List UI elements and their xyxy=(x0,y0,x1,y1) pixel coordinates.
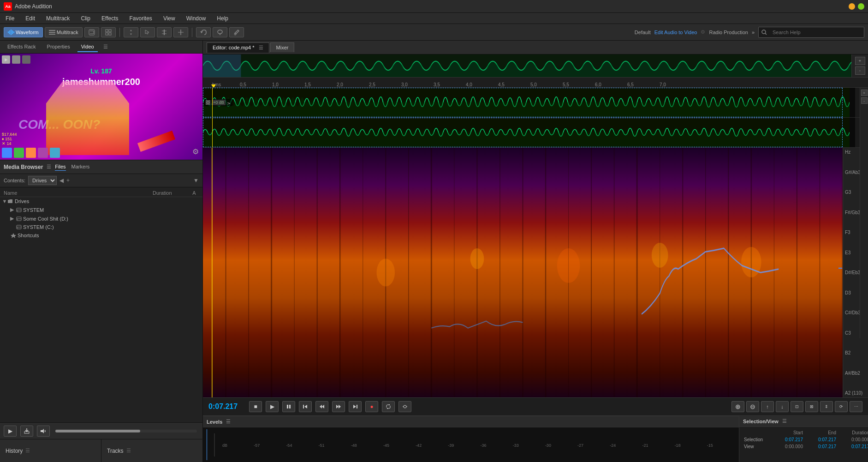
waveform-button[interactable]: Waveform xyxy=(4,27,43,37)
zoom-up-btn[interactable]: + xyxy=(861,90,868,96)
menu-window[interactable]: Window xyxy=(184,14,208,23)
zoom-in-overview[interactable]: + xyxy=(855,57,865,65)
toolbar-right: Default Edit Audio to Video ⚙ Radio Prod… xyxy=(635,27,864,38)
tab-effects-rack[interactable]: Effects Rack xyxy=(4,42,40,52)
menu-help[interactable]: Help xyxy=(215,14,230,23)
editor-tab-main[interactable]: Editor: code.mp4 * ☰ xyxy=(207,42,269,53)
tracks-panel[interactable]: Tracks ☰ xyxy=(101,439,202,462)
tab-menu-icon[interactable]: ☰ xyxy=(259,45,263,50)
tree-row-scs[interactable]: ▶ Some Cool Shit (D:) xyxy=(0,214,202,223)
record-btn[interactable]: ● xyxy=(365,401,378,412)
zoom-out-overview[interactable]: - xyxy=(855,66,865,75)
zoom-vertical[interactable]: ⇕ xyxy=(820,401,833,412)
track1-db-label[interactable]: +0 dB xyxy=(212,100,226,105)
grid-icon xyxy=(105,29,112,36)
cd-button[interactable] xyxy=(84,27,99,37)
rewind-btn[interactable] xyxy=(315,401,328,412)
menu-file[interactable]: File xyxy=(4,14,16,23)
select-tool[interactable] xyxy=(140,27,155,37)
sel-start-val[interactable]: 0:07.217 xyxy=(772,437,804,443)
levels-menu[interactable]: ☰ xyxy=(226,419,231,425)
multitrack-button[interactable]: Multitrack xyxy=(45,27,83,37)
panel-menu-icon[interactable]: ☰ xyxy=(103,44,108,50)
left-speaker-btn[interactable] xyxy=(37,426,50,437)
view-start-val[interactable]: 0:00.000 xyxy=(772,444,804,450)
left-play-btn[interactable]: ▶ xyxy=(4,426,17,437)
selection-menu[interactable]: ☰ xyxy=(782,418,787,424)
volume-slider[interactable] xyxy=(55,430,197,432)
tree-row-system-c[interactable]: SYSTEM (C:) xyxy=(0,223,202,231)
nav-add[interactable]: + xyxy=(66,177,70,184)
zoom-all[interactable]: ⊠ xyxy=(805,401,818,412)
drive-icon-sysc xyxy=(16,224,22,230)
tree-row-system[interactable]: ▶ SYSTEM xyxy=(0,205,202,214)
maximize-button[interactable] xyxy=(858,3,864,10)
time-tool[interactable] xyxy=(157,27,172,37)
nav-filter[interactable]: ▼ xyxy=(193,177,199,184)
db-mark-39: -39 xyxy=(448,443,454,448)
zoom-in-time[interactable]: ⊕ xyxy=(731,401,744,412)
sel-end-val[interactable]: 0:07.217 xyxy=(805,437,837,443)
view-end-val[interactable]: 0:07.217 xyxy=(805,444,837,450)
tree-row-drives[interactable]: ▼ Drives xyxy=(0,197,202,205)
settings-icon[interactable]: ⚙ xyxy=(192,147,199,156)
stop-btn[interactable]: ■ xyxy=(249,401,262,412)
sel-duration-val: 0:00.000 xyxy=(838,437,868,443)
tab-files[interactable]: Files xyxy=(55,163,65,171)
shortcuts-item[interactable]: Shortcuts xyxy=(0,231,202,240)
selection-title: Selection/View xyxy=(743,419,779,424)
left-export-btn[interactable] xyxy=(20,426,33,437)
export-icon xyxy=(24,428,30,434)
zoom-freq-in[interactable]: ↑ xyxy=(761,401,774,412)
rewind-start-btn[interactable] xyxy=(299,401,312,412)
track1-power[interactable] xyxy=(206,100,210,105)
brush-tool[interactable] xyxy=(229,27,244,37)
move-tool[interactable] xyxy=(124,27,138,37)
menu-edit[interactable]: Edit xyxy=(24,14,37,23)
tab-properties[interactable]: Properties xyxy=(43,42,74,52)
menu-effects[interactable]: Effects xyxy=(100,14,120,23)
menu-clip[interactable]: Clip xyxy=(79,14,92,23)
lasso-tool[interactable] xyxy=(213,27,227,37)
media-browser-menu[interactable]: ☰ xyxy=(47,164,51,170)
workspace-edit[interactable]: Edit Audio to Video xyxy=(654,30,697,35)
workspace-default[interactable]: Default xyxy=(635,30,651,35)
fwd-end-btn[interactable] xyxy=(349,401,362,412)
pause-btn[interactable] xyxy=(282,401,295,412)
play-btn[interactable]: ▶ xyxy=(266,401,279,412)
loop-btn[interactable] xyxy=(382,401,395,412)
zoom-down-btn[interactable]: - xyxy=(861,97,868,104)
zoom-freq-out[interactable]: ↓ xyxy=(776,401,789,412)
search-input[interactable] xyxy=(769,28,861,36)
nav-back[interactable]: ◀ xyxy=(59,177,64,184)
extra-btn[interactable]: ⋯ xyxy=(850,401,862,412)
svg-point-73 xyxy=(557,248,580,283)
zoom-reset[interactable]: ⟳ xyxy=(835,401,848,412)
menu-multitrack[interactable]: Multitrack xyxy=(44,14,71,23)
tab-markers[interactable]: Markers xyxy=(71,163,90,171)
cursor-tool[interactable] xyxy=(173,27,188,37)
undo-tool[interactable] xyxy=(196,27,211,37)
history-panel[interactable]: History ☰ xyxy=(0,439,101,462)
contents-select[interactable]: Drives xyxy=(28,176,57,185)
grid-button[interactable] xyxy=(101,27,116,37)
menu-view[interactable]: View xyxy=(161,14,177,23)
levels-title: Levels xyxy=(207,419,222,425)
workspace-radio[interactable]: Radio Production xyxy=(709,30,748,35)
zoom-out-time[interactable]: ⊖ xyxy=(746,401,759,412)
mini-waveform-overview[interactable]: + - xyxy=(203,54,868,78)
speaker-icon xyxy=(40,428,47,434)
svg-marker-82 xyxy=(322,405,324,408)
minimize-button[interactable] xyxy=(849,3,855,10)
track1-expand[interactable] xyxy=(227,101,231,104)
menu-favorites[interactable]: Favorites xyxy=(128,14,154,23)
ffwd-btn[interactable] xyxy=(332,401,345,412)
zoom-sel[interactable]: ⊡ xyxy=(791,401,803,412)
sync-btn[interactable] xyxy=(398,401,411,412)
right-side-toolbar: + - xyxy=(860,88,868,338)
tab-video[interactable]: Video xyxy=(77,42,98,52)
col-duration: Duration xyxy=(153,190,190,196)
db-mark-33: -33 xyxy=(513,443,519,448)
tab-mixer[interactable]: Mixer xyxy=(270,42,295,52)
svg-rect-9 xyxy=(106,30,108,32)
